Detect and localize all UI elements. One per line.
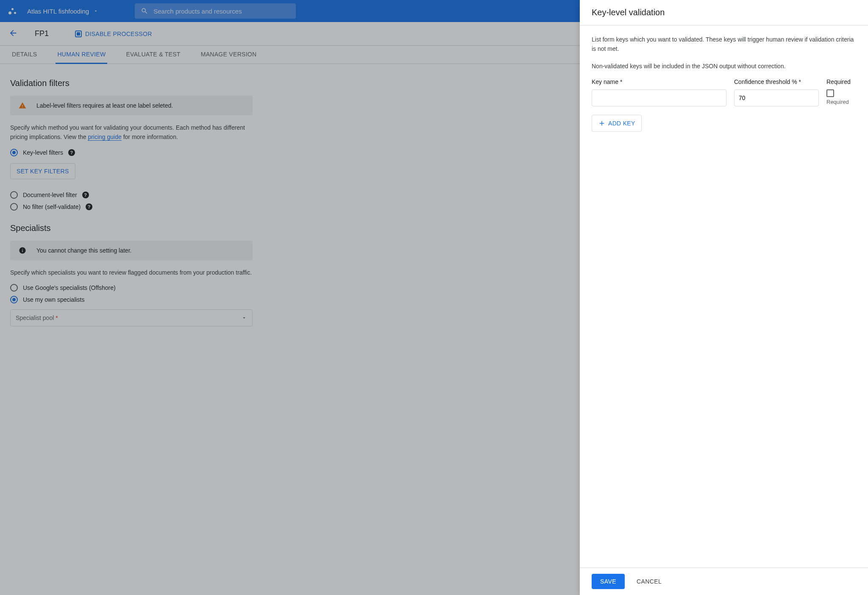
panel-intro-2: Non-validated keys will be included in t…	[592, 61, 856, 71]
confidence-label: Confidence threshold % *	[734, 78, 819, 85]
required-checkbox[interactable]	[826, 89, 834, 97]
save-button[interactable]: SAVE	[592, 574, 625, 589]
required-header: Required	[826, 78, 856, 85]
panel-title: Key-level validation	[580, 0, 868, 25]
add-key-button[interactable]: ADD KEY	[592, 115, 642, 132]
panel-footer: SAVE CANCEL	[580, 567, 868, 595]
key-name-label: Key name *	[592, 78, 726, 85]
key-name-input[interactable]	[592, 89, 726, 106]
panel-body: List form keys which you want to validat…	[580, 25, 868, 567]
required-field: Required Required	[826, 78, 856, 105]
key-name-field: Key name *	[592, 78, 726, 106]
key-level-validation-panel: Key-level validation List form keys whic…	[580, 0, 868, 595]
required-sublabel: Required	[826, 99, 856, 105]
confidence-input[interactable]	[734, 89, 819, 106]
confidence-field: Confidence threshold % *	[734, 78, 819, 106]
panel-intro-1: List form keys which you want to validat…	[592, 35, 856, 54]
cancel-button[interactable]: CANCEL	[634, 574, 664, 589]
plus-icon	[598, 120, 606, 127]
add-key-label: ADD KEY	[608, 120, 635, 127]
